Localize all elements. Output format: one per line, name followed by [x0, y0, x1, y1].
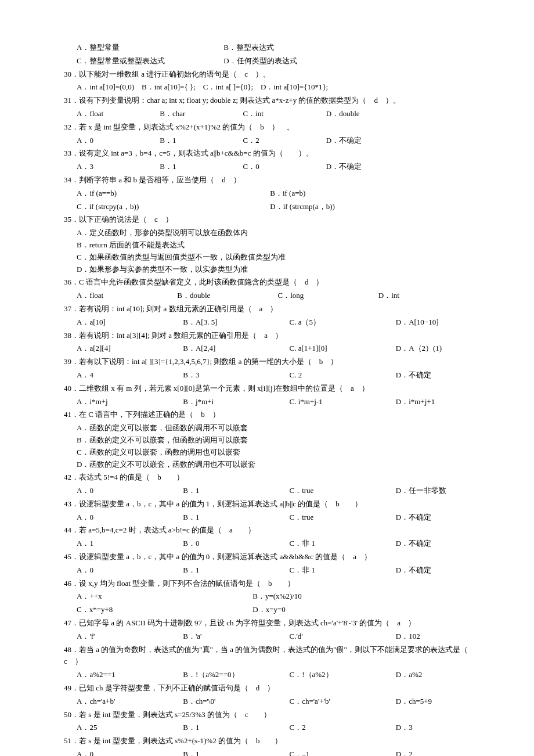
- q39-optD: D．不确定: [396, 369, 431, 381]
- q44-stem: 44．若 a=5,b=4,c=2 时，表达式 a>b!=c 的值是（ a ）: [64, 524, 482, 537]
- q36-optA: A．float: [77, 290, 146, 302]
- q35-optA: A．定义函数时，形参的类型说明可以放在函数体内: [77, 227, 482, 239]
- q32-optD: D．不确定: [326, 135, 362, 147]
- q31-opts: A．float B．char C．int D．double: [77, 108, 482, 120]
- q35-stem: 35．以下正确的说法是（ c ）: [64, 214, 482, 226]
- q48-optB: B．!（a%2==0）: [183, 669, 258, 681]
- q43-optC: C．true: [290, 512, 365, 524]
- q37-opts: A．a[10] B．A[3. 5] C. a（5） D．A[10−10]: [77, 316, 482, 329]
- q34-opts-row1: A．if (a==b) B．if (a=b): [77, 188, 482, 200]
- q45-optB: B．1: [183, 564, 258, 577]
- q51-optC: C．–1: [290, 748, 365, 756]
- q41-optD: D．函数的定义不可以嵌套，函数的调用也不可以嵌套: [77, 459, 482, 471]
- q51-optD: D．2: [396, 748, 413, 756]
- q34-optB: B．if (a=b): [270, 188, 305, 200]
- q36-optC: C．long: [278, 290, 348, 302]
- q49-opts: A．ch='a+b' B．ch='\0' C．ch='a'+'b' D．ch=5…: [77, 696, 482, 708]
- q50-optD: D．3: [396, 722, 413, 734]
- q40-optD: D．i*m+j+1: [396, 396, 435, 408]
- q47-optB: B．'a': [183, 631, 258, 643]
- q51-optB: B．1: [183, 748, 258, 756]
- q38-opts: A．a[2][4] B．A[2,4] C. a[1+1][0] D．A（2）(1…: [77, 343, 482, 355]
- q31-optB: B．char: [160, 108, 212, 120]
- q35-optB: B．return 后面的值不能是表达式: [77, 239, 482, 251]
- q46-opts-row1: A．++x B．y=(x%2)/10: [77, 591, 482, 603]
- q43-stem: 43．设逻辑型变量 a，b，c，其中 a 的值为 1，则逻辑运算表达式 a||b…: [64, 498, 482, 510]
- q36-opts: A．float B．double C．long D．int: [77, 290, 482, 302]
- q51-stem: 51．若 s 是 int 型变量，则表达式 s%2+(s-1)%2 的值为（ b…: [64, 735, 482, 747]
- q50-stem: 50．若 s 是 int 型变量，则表达式 s=25/3%3 的值为（ c ）: [64, 709, 482, 721]
- q46-optC: C．x*=y+8: [77, 604, 222, 616]
- q34-optC: C．if (strcpy(a，b)): [77, 201, 239, 213]
- q38-optD: D．A（2）(1): [396, 343, 442, 355]
- q44-opts: A．1 B．0 C．非 1 D．不确定: [77, 538, 482, 550]
- q33-optD: D．不确定: [326, 161, 362, 173]
- q39-stem: 39．若有以下说明：int a[ ][3]={1,2,3,4,5,6,7}; 则…: [64, 356, 482, 368]
- q45-optA: A．0: [77, 564, 152, 577]
- q44-optC: C．非 1: [290, 538, 365, 550]
- q41-optC: C．函数的定义可以嵌套，函数的调用也可以嵌套: [77, 447, 482, 459]
- q37-optC: C. a（5）: [290, 316, 365, 329]
- q40-stem: 40．二维数组 x 有 m 列，若元素 x[0][0]是第一个元素，则 x[i]…: [64, 383, 482, 395]
- q42-optC: C．true: [290, 485, 365, 497]
- q48-optC: C．!（a%2）: [290, 669, 365, 681]
- q40-opts: A．i*m+j B．j*m+i C. i*m+j-1 D．i*m+j+1: [77, 396, 482, 408]
- q47-opts: A．'f' B．'a' C.'d' D．102: [77, 631, 482, 643]
- q49-optB: B．ch='\0': [183, 696, 258, 708]
- q49-optA: A．ch='a+b': [77, 696, 152, 708]
- q29-opts-row1: A．整型常量 B．整型表达式: [77, 42, 482, 54]
- q39-optC: C. 2: [290, 369, 365, 381]
- q45-opts: A．0 B．1 C．非 1 D．不确定: [77, 564, 482, 577]
- q31-stem: 31．设有下列变量说明：char a; int x; float y; doub…: [64, 95, 482, 107]
- q37-optB: B．A[3. 5]: [183, 316, 258, 329]
- q29-optA: A．整型常量: [77, 42, 193, 54]
- q34-optD: D．if (strcmp(a，b)): [270, 201, 335, 213]
- q48-optD: D．a%2: [396, 669, 423, 681]
- q43-opts: A．0 B．1 C．true D．不确定: [77, 512, 482, 524]
- q49-stem: 49．已知 ch 是字符型变量，下列不正确的赋值语句是（ d ）: [64, 682, 482, 694]
- q32-stem: 32．若 x 是 int 型变量，则表达式 x%2+(x+1)%2 的值为（ b…: [64, 121, 482, 134]
- q37-optD: D．A[10−10]: [396, 316, 439, 329]
- q51-opts: A．0 B．1 C．–1 D．2: [77, 748, 482, 756]
- q31-optD: D．double: [326, 108, 360, 120]
- q48-opts: A．a%2==1 B．!（a%2==0） C．!（a%2） D．a%2: [77, 669, 482, 681]
- q33-opts: A．3 B．1 C．0 D．不确定: [77, 161, 482, 173]
- q40-optC: C. i*m+j-1: [290, 396, 365, 408]
- q37-optA: A．a[10]: [77, 316, 152, 329]
- q37-stem: 37．若有说明：int a[10]; 则对 a 数组元素的正确引用是（ a ）: [64, 303, 482, 315]
- q43-optD: D．不确定: [396, 512, 431, 524]
- q50-optA: A．25: [77, 722, 152, 734]
- q45-stem: 45．设逻辑型变量 a，b，c，其中 a 的值为 0，则逻辑运算表达式 a&&b…: [64, 551, 482, 563]
- q35-optC: C．如果函数值的类型与返回值类型不一致，以函数值类型为准: [77, 251, 482, 264]
- q45-optC: C．非 1: [290, 564, 365, 577]
- q33-optC: C．0: [243, 161, 295, 173]
- q39-opts: A．4 B．3 C. 2 D．不确定: [77, 369, 482, 381]
- q33-optB: B．1: [160, 161, 212, 173]
- q38-optC: C. a[1+1][0]: [290, 343, 365, 355]
- q44-optA: A．1: [77, 538, 152, 550]
- q29-optB: B．整型表达式: [223, 42, 274, 54]
- q41-optB: B．函数的定义不可以嵌套，但函数的调用可以嵌套: [77, 434, 482, 447]
- q38-stem: 38．若有说明：int a[3][4]; 则对 a 数组元素的正确引用是（ a …: [64, 330, 482, 342]
- q46-opts-row2: C．x*=y+8 D．x=y=0: [77, 604, 482, 616]
- q49-optD: D．ch=5+9: [396, 696, 432, 708]
- q33-stem: 33．设有定义 int a=3，b=4，c=5，则表达式 a||b+c&&b=c…: [64, 147, 482, 160]
- q50-optB: B．1: [183, 722, 258, 734]
- q40-optB: B．j*m+i: [183, 396, 258, 408]
- q31-optA: A．float: [77, 108, 129, 120]
- q42-optD: D．任一非零数: [396, 485, 446, 497]
- q30-opts: A．int a[10]=(0,0) B．int a[10]={ }; C．int…: [77, 81, 482, 93]
- q46-stem: 46．设 x,y 均为 float 型变量，则下列不合法的赋值语句是（ b ）: [64, 578, 482, 590]
- q36-stem: 36．C 语言中允许函数值类型缺省定义，此时该函数值隐含的类型是（ d ）: [64, 276, 482, 289]
- q42-stem: 42．表达式 5!=4 的值是（ b ）: [64, 471, 482, 484]
- q45-optD: D．不确定: [396, 564, 431, 577]
- q46-optD: D．x=y=0: [252, 604, 286, 616]
- q47-optC: C.'d': [290, 631, 365, 643]
- q31-optC: C．int: [243, 108, 295, 120]
- q34-optA: A．if (a==b): [77, 188, 239, 200]
- q42-opts: A．0 B．1 C．true D．任一非零数: [77, 485, 482, 497]
- q29-opts-row2: C．整型常量或整型表达式 D．任何类型的表达式: [77, 55, 482, 67]
- q36-optD: D．int: [378, 290, 399, 302]
- q44-optB: B．0: [183, 538, 258, 550]
- q39-optA: A．4: [77, 369, 152, 381]
